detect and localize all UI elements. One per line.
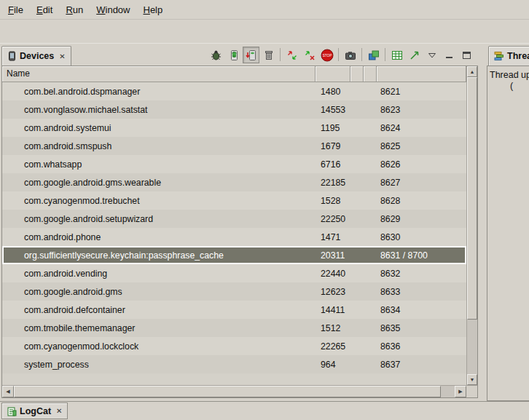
vertical-scrollbar[interactable]: ▲ ▼: [466, 66, 477, 385]
stop-method-profiling-icon[interactable]: [301, 47, 318, 63]
vertical-scrollbar-thumb[interactable]: [467, 77, 477, 320]
column-header-4[interactable]: [364, 66, 377, 82]
menu-edit[interactable]: Edit: [30, 1, 59, 18]
table-row[interactable]: com.cyanogenmod.lockclock 22265 8636: [2, 337, 466, 355]
table-row[interactable]: com.whatsapp 6716 8626: [2, 155, 466, 173]
table-row[interactable]: com.google.android.setupwizard 22250 862…: [2, 210, 466, 228]
cell-port: 8621: [377, 87, 466, 97]
column-header-port[interactable]: [377, 66, 466, 82]
stop-process-icon[interactable]: STOP: [318, 47, 335, 63]
debug-attach-icon[interactable]: [208, 47, 224, 63]
tab-devices-label: Devices: [20, 51, 54, 61]
close-icon[interactable]: ✕: [59, 52, 65, 60]
cell-pid: 1512: [316, 323, 350, 333]
table-row[interactable]: com.android.vending 22440 8632: [2, 264, 466, 282]
cause-gc-icon[interactable]: [260, 47, 277, 63]
table-row[interactable]: com.bel.android.dspmanager 1480 8621: [2, 82, 466, 100]
scroll-right-icon[interactable]: ▶: [455, 386, 466, 397]
cell-port: 8627: [377, 178, 466, 188]
table-row[interactable]: com.android.smspush 1679 8625: [2, 137, 466, 155]
table-body: com.bel.android.dspmanager 1480 8621 com…: [2, 82, 466, 385]
minimize-view-icon[interactable]: [441, 47, 458, 63]
cell-pid: 22440: [316, 269, 350, 279]
maximize-view-icon[interactable]: [458, 47, 475, 63]
logcat-icon: [7, 406, 17, 416]
table-row[interactable]: com.android.defcontainer 14411 8634: [2, 301, 466, 319]
table-row[interactable]: com.google.android.gms 12623 8633: [2, 282, 466, 301]
scroll-up-icon[interactable]: ▲: [467, 66, 477, 77]
threads-message-line2: (: [490, 81, 529, 91]
table-row[interactable]: com.android.systemui 1195 8624: [2, 119, 466, 137]
scroll-left-icon[interactable]: ◀: [2, 386, 14, 397]
close-icon[interactable]: ✕: [56, 407, 62, 415]
cell-port: 8637: [377, 360, 466, 370]
cell-pid: 14411: [316, 305, 350, 315]
tracing-start-icon[interactable]: [406, 47, 423, 63]
cell-name: com.android.defcontainer: [2, 305, 316, 315]
table-row[interactable]: system_process 964 8637: [2, 355, 466, 373]
toolbar-separator: [361, 48, 362, 61]
cell-port: 8626: [377, 159, 466, 170]
cell-port: 8628: [377, 196, 466, 206]
update-threads-icon[interactable]: [283, 47, 300, 63]
view-menu-icon[interactable]: [423, 47, 440, 63]
tab-threads-label: Threads: [507, 51, 529, 61]
table-row[interactable]: com.google.android.gms.wearable 22185 86…: [2, 173, 466, 191]
tracing-grid-icon[interactable]: [388, 47, 405, 63]
horizontal-scrollbar-thumb[interactable]: [14, 386, 441, 397]
menu-help[interactable]: Help: [136, 1, 169, 18]
scroll-down-icon[interactable]: ▼: [467, 374, 477, 385]
threads-icon: [494, 51, 504, 61]
cell-name: com.whatsapp: [2, 159, 316, 170]
cell-port: 8632: [377, 269, 466, 279]
cell-name: com.android.smspush: [2, 141, 316, 151]
toolbar-separator: [280, 48, 281, 61]
column-header-pid[interactable]: [316, 66, 350, 82]
toolbar-separator: [385, 48, 385, 61]
cell-name: com.google.android.setupwizard: [2, 214, 316, 224]
cell-pid: 1528: [316, 196, 350, 206]
vertical-scrollbar-track[interactable]: [467, 320, 477, 374]
cell-name: com.android.phone: [2, 232, 316, 242]
menu-file[interactable]: File: [1, 1, 30, 18]
scrollbar-corner: [466, 386, 477, 397]
table-row[interactable]: org.sufficientlysecure.keychain:passphra…: [2, 246, 466, 264]
cell-pid: 1480: [316, 87, 350, 97]
svg-text:STOP: STOP: [322, 54, 331, 58]
column-header-name[interactable]: Name: [2, 66, 316, 82]
cell-name: com.android.vending: [2, 269, 316, 279]
cell-port: 8633: [377, 287, 466, 297]
cell-port: 8631 / 8700: [377, 250, 466, 261]
update-heap-icon[interactable]: [225, 47, 242, 63]
dump-hprof-icon[interactable]: [243, 47, 259, 63]
table-row[interactable]: com.tmobile.thememanager 1512 8635: [2, 319, 466, 337]
cell-pid: 964: [316, 360, 350, 370]
table-row[interactable]: com.android.phone 1471 8630: [2, 228, 466, 246]
panel-sash[interactable]: [478, 44, 487, 401]
layers-icon[interactable]: [365, 47, 382, 63]
cell-name: system_process: [2, 360, 316, 370]
cell-pid: 6716: [316, 159, 350, 170]
threads-panel: Threads Thread up (: [487, 44, 529, 401]
table-header: Name: [2, 66, 466, 82]
cell-name: com.android.systemui: [2, 123, 316, 133]
devices-toolbar: STOP: [208, 47, 478, 66]
menu-run[interactable]: Run: [59, 1, 90, 18]
cell-pid: 14553: [316, 105, 350, 115]
column-header-3[interactable]: [350, 66, 364, 82]
table-row[interactable]: com.cyanogenmod.trebuchet 1528 8628: [2, 191, 466, 210]
cell-pid: 22185: [316, 178, 350, 188]
table-row[interactable]: com.vonglasow.michael.satstat 14553 8623: [2, 100, 466, 119]
tab-threads[interactable]: Threads: [488, 46, 529, 66]
cell-name: org.sufficientlysecure.keychain:passphra…: [2, 250, 316, 261]
threads-panel-header: Threads: [487, 44, 529, 66]
horizontal-scrollbar-track[interactable]: [441, 386, 455, 397]
devices-panel-header: Devices ✕: [0, 44, 478, 66]
tab-devices[interactable]: Devices ✕: [1, 46, 71, 66]
horizontal-scrollbar[interactable]: ◀ ▶: [2, 386, 466, 397]
tab-logcat[interactable]: LogCat ✕: [1, 403, 68, 419]
menu-window[interactable]: Window: [90, 1, 136, 18]
cell-name: com.cyanogenmod.lockclock: [2, 341, 316, 352]
screen-capture-icon[interactable]: [342, 47, 358, 63]
cell-port: 8635: [377, 323, 466, 333]
